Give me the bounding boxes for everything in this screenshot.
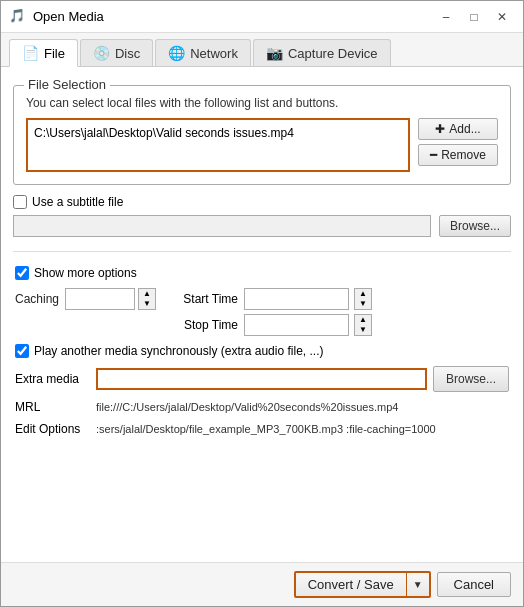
vlc-icon: 🎵: [9, 8, 27, 26]
convert-save-button[interactable]: Convert / Save: [296, 573, 406, 596]
open-media-window: 🎵 Open Media – □ ✕ 📄 File 💿 Disc 🌐 Netwo…: [0, 0, 524, 607]
start-time-down-button[interactable]: ▼: [355, 299, 371, 309]
tab-bar: 📄 File 💿 Disc 🌐 Network 📷 Capture Device: [1, 33, 523, 67]
subtitle-field[interactable]: [13, 215, 431, 237]
sync-label: Play another media synchronously (extra …: [34, 344, 323, 358]
extra-media-label: Extra media: [15, 372, 90, 386]
tab-network-label: Network: [190, 46, 238, 61]
tab-disc[interactable]: 💿 Disc: [80, 39, 153, 66]
stop-time-row: Stop Time 00H:00m:00s.000 ▲ ▼: [168, 314, 372, 336]
stop-time-down-button[interactable]: ▼: [355, 325, 371, 335]
stop-time-input[interactable]: 00H:00m:00s.000: [244, 314, 349, 336]
caching-down-button[interactable]: ▼: [139, 299, 155, 309]
caching-input-row: 1000 ms ▲ ▼: [65, 288, 156, 310]
caching-up-button[interactable]: ▲: [139, 289, 155, 299]
file-list-area: C:\Users\jalal\Desktop\Valid seconds iss…: [26, 118, 498, 172]
window-controls: – □ ✕: [433, 6, 515, 28]
tab-disc-label: Disc: [115, 46, 140, 61]
subtitle-checkbox-label[interactable]: Use a subtitle file: [13, 195, 511, 209]
extra-media-field[interactable]: :/Users/jalal/Desktop/file_example_MP3_7…: [96, 368, 427, 390]
window-title: Open Media: [33, 9, 433, 24]
tab-file[interactable]: 📄 File: [9, 39, 78, 67]
subtitle-section: Use a subtitle file Browse...: [13, 195, 511, 237]
edit-options-value: :sers/jalal/Desktop/file_example_MP3_700…: [96, 423, 509, 435]
subtitle-checkbox[interactable]: [13, 195, 27, 209]
extra-media-browse-button[interactable]: Browse...: [433, 366, 509, 392]
remove-icon: ━: [430, 148, 437, 162]
stop-time-spinner: ▲ ▼: [354, 314, 372, 336]
convert-save-group: Convert / Save ▼: [294, 571, 431, 598]
start-time-input[interactable]: 00H:00m:00s.000: [244, 288, 349, 310]
caching-spinner: ▲ ▼: [138, 288, 156, 310]
maximize-button[interactable]: □: [461, 6, 487, 28]
sync-checkbox[interactable]: [15, 344, 29, 358]
start-time-label: Start Time: [168, 292, 238, 306]
file-selection-label: File Selection: [24, 77, 110, 92]
start-time-row: Start Time 00H:00m:00s.000 ▲ ▼: [168, 288, 372, 310]
sync-row: Play another media synchronously (extra …: [15, 344, 509, 358]
tab-network[interactable]: 🌐 Network: [155, 39, 251, 66]
add-button[interactable]: ✚ Add...: [418, 118, 498, 140]
divider-1: [13, 251, 511, 252]
file-selection-desc: You can select local files with the foll…: [26, 96, 498, 110]
file-selection-group: File Selection You can select local file…: [13, 85, 511, 185]
footer: Convert / Save ▼ Cancel: [1, 562, 523, 606]
caching-time-row: Caching 1000 ms ▲ ▼ Start Time 00H:00m:0…: [15, 288, 509, 336]
add-label: Add...: [449, 122, 480, 136]
file-list-item: C:\Users\jalal\Desktop\Valid seconds iss…: [34, 124, 402, 142]
file-side-buttons: ✚ Add... ━ Remove: [418, 118, 498, 166]
disc-tab-icon: 💿: [93, 45, 110, 61]
remove-label: Remove: [441, 148, 486, 162]
file-tab-icon: 📄: [22, 45, 39, 61]
mrl-label: MRL: [15, 400, 90, 414]
subtitle-browse-button[interactable]: Browse...: [439, 215, 511, 237]
main-content: File Selection You can select local file…: [1, 67, 523, 562]
time-section: Start Time 00H:00m:00s.000 ▲ ▼ Stop Time…: [168, 288, 372, 336]
convert-save-arrow-button[interactable]: ▼: [406, 573, 429, 596]
stop-time-up-button[interactable]: ▲: [355, 315, 371, 325]
caching-input[interactable]: 1000 ms: [65, 288, 135, 310]
title-bar: 🎵 Open Media – □ ✕: [1, 1, 523, 33]
network-tab-icon: 🌐: [168, 45, 185, 61]
tab-capture[interactable]: 📷 Capture Device: [253, 39, 391, 66]
tab-capture-label: Capture Device: [288, 46, 378, 61]
show-more-row: Show more options: [15, 266, 509, 280]
add-icon: ✚: [435, 122, 445, 136]
remove-button[interactable]: ━ Remove: [418, 144, 498, 166]
edit-options-label: Edit Options: [15, 422, 90, 436]
show-more-label: Show more options: [34, 266, 137, 280]
caching-label: Caching: [15, 292, 59, 306]
minimize-button[interactable]: –: [433, 6, 459, 28]
file-list-box[interactable]: C:\Users\jalal\Desktop\Valid seconds iss…: [26, 118, 410, 172]
extra-media-row: Extra media :/Users/jalal/Desktop/file_e…: [15, 366, 509, 392]
start-time-spinner: ▲ ▼: [354, 288, 372, 310]
options-section: Show more options Caching 1000 ms ▲ ▼: [13, 266, 511, 436]
edit-options-row: Edit Options :sers/jalal/Desktop/file_ex…: [15, 422, 509, 436]
show-more-checkbox[interactable]: [15, 266, 29, 280]
start-time-up-button[interactable]: ▲: [355, 289, 371, 299]
capture-tab-icon: 📷: [266, 45, 283, 61]
caching-section: Caching 1000 ms ▲ ▼: [15, 288, 156, 310]
close-button[interactable]: ✕: [489, 6, 515, 28]
file-list-empty: [34, 142, 402, 160]
stop-time-label: Stop Time: [168, 318, 238, 332]
cancel-button[interactable]: Cancel: [437, 572, 511, 597]
subtitle-label-text: Use a subtitle file: [32, 195, 123, 209]
mrl-row: MRL file:///C:/Users/jalal/Desktop/Valid…: [15, 400, 509, 414]
mrl-value: file:///C:/Users/jalal/Desktop/Valid%20s…: [96, 401, 509, 413]
tab-file-label: File: [44, 46, 65, 61]
